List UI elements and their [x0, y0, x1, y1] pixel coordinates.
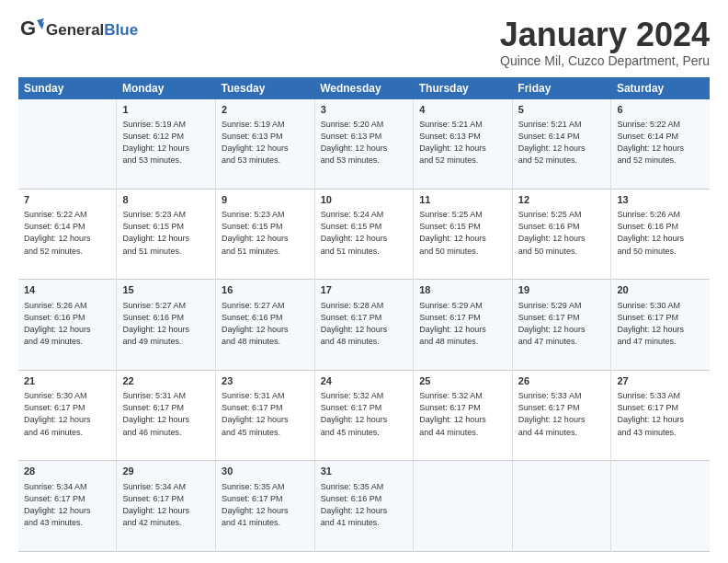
table-cell: 11Sunrise: 5:25 AM Sunset: 6:15 PM Dayli…: [414, 189, 513, 280]
table-cell: [18, 99, 117, 190]
day-number: 31: [321, 465, 408, 478]
day-number: 20: [617, 283, 704, 297]
day-number: 27: [617, 374, 704, 388]
table-cell: 8Sunrise: 5:23 AM Sunset: 6:15 PM Daylig…: [117, 189, 216, 280]
table-cell: 15Sunrise: 5:27 AM Sunset: 6:16 PM Dayli…: [117, 280, 216, 371]
cell-content: Sunrise: 5:32 AM Sunset: 6:17 PM Dayligh…: [321, 390, 408, 438]
day-number: 24: [321, 374, 408, 388]
cell-content: Sunrise: 5:30 AM Sunset: 6:17 PM Dayligh…: [617, 300, 704, 348]
table-cell: 25Sunrise: 5:32 AM Sunset: 6:17 PM Dayli…: [414, 370, 513, 461]
day-number: 9: [222, 193, 309, 207]
table-cell: 26Sunrise: 5:33 AM Sunset: 6:17 PM Dayli…: [512, 370, 611, 461]
logo: G GeneralBlue: [18, 17, 138, 42]
cell-content: Sunrise: 5:34 AM Sunset: 6:17 PM Dayligh…: [122, 481, 210, 529]
month-title: January 2024: [500, 17, 710, 53]
col-saturday: Saturday: [611, 77, 710, 99]
day-number: 28: [24, 465, 110, 478]
table-cell: 4Sunrise: 5:21 AM Sunset: 6:13 PM Daylig…: [414, 99, 513, 190]
calendar-table: Sunday Monday Tuesday Wednesday Thursday…: [18, 77, 710, 552]
table-cell: 13Sunrise: 5:26 AM Sunset: 6:16 PM Dayli…: [611, 189, 710, 280]
day-number: 1: [122, 103, 210, 117]
day-number: 23: [222, 374, 309, 388]
title-area: January 2024 Quince Mil, Cuzco Departmen…: [500, 17, 710, 68]
table-cell: 2Sunrise: 5:19 AM Sunset: 6:13 PM Daylig…: [216, 99, 315, 190]
svg-text:G: G: [20, 17, 36, 40]
cell-content: Sunrise: 5:19 AM Sunset: 6:13 PM Dayligh…: [222, 119, 309, 167]
table-row: 7Sunrise: 5:22 AM Sunset: 6:14 PM Daylig…: [18, 189, 710, 280]
table-cell: 5Sunrise: 5:21 AM Sunset: 6:14 PM Daylig…: [512, 99, 611, 190]
cell-content: Sunrise: 5:26 AM Sunset: 6:16 PM Dayligh…: [617, 209, 704, 257]
table-cell: 24Sunrise: 5:32 AM Sunset: 6:17 PM Dayli…: [314, 370, 414, 461]
day-number: 10: [321, 193, 408, 207]
cell-content: Sunrise: 5:27 AM Sunset: 6:16 PM Dayligh…: [222, 300, 309, 348]
cell-content: Sunrise: 5:22 AM Sunset: 6:14 PM Dayligh…: [24, 209, 110, 257]
cell-content: Sunrise: 5:35 AM Sunset: 6:16 PM Dayligh…: [321, 481, 408, 529]
table-cell: 1Sunrise: 5:19 AM Sunset: 6:12 PM Daylig…: [117, 99, 216, 190]
day-number: 8: [122, 193, 210, 207]
cell-content: Sunrise: 5:25 AM Sunset: 6:15 PM Dayligh…: [419, 209, 506, 257]
table-cell: 10Sunrise: 5:24 AM Sunset: 6:15 PM Dayli…: [314, 189, 414, 280]
logo-icon: G: [18, 17, 44, 42]
logo-general: General: [46, 21, 104, 39]
day-number: 15: [122, 283, 210, 297]
cell-content: Sunrise: 5:24 AM Sunset: 6:15 PM Dayligh…: [321, 209, 408, 257]
cell-content: Sunrise: 5:29 AM Sunset: 6:17 PM Dayligh…: [419, 300, 506, 348]
table-cell: 17Sunrise: 5:28 AM Sunset: 6:17 PM Dayli…: [314, 280, 414, 371]
table-cell: 16Sunrise: 5:27 AM Sunset: 6:16 PM Dayli…: [216, 280, 315, 371]
table-cell: 31Sunrise: 5:35 AM Sunset: 6:16 PM Dayli…: [314, 461, 414, 552]
cell-content: Sunrise: 5:32 AM Sunset: 6:17 PM Dayligh…: [419, 390, 506, 438]
table-cell: 20Sunrise: 5:30 AM Sunset: 6:17 PM Dayli…: [611, 280, 710, 371]
cell-content: Sunrise: 5:21 AM Sunset: 6:14 PM Dayligh…: [518, 119, 606, 167]
cell-content: Sunrise: 5:31 AM Sunset: 6:17 PM Dayligh…: [222, 390, 309, 438]
col-sunday: Sunday: [18, 77, 117, 99]
cell-content: Sunrise: 5:22 AM Sunset: 6:14 PM Dayligh…: [617, 119, 704, 167]
table-cell: 9Sunrise: 5:23 AM Sunset: 6:15 PM Daylig…: [216, 189, 315, 280]
cell-content: Sunrise: 5:35 AM Sunset: 6:17 PM Dayligh…: [222, 481, 309, 529]
cell-content: Sunrise: 5:25 AM Sunset: 6:16 PM Dayligh…: [518, 209, 606, 257]
header: G GeneralBlue January 2024 Quince Mil, C…: [18, 17, 710, 68]
day-number: 25: [419, 374, 506, 388]
table-cell: 23Sunrise: 5:31 AM Sunset: 6:17 PM Dayli…: [216, 370, 315, 461]
page: G GeneralBlue January 2024 Quince Mil, C…: [0, 0, 728, 563]
day-number: 2: [222, 103, 309, 117]
day-number: 4: [419, 103, 506, 117]
day-number: 17: [321, 283, 408, 297]
table-row: 14Sunrise: 5:26 AM Sunset: 6:16 PM Dayli…: [18, 280, 710, 371]
table-cell: [414, 461, 513, 552]
table-row: 1Sunrise: 5:19 AM Sunset: 6:12 PM Daylig…: [18, 99, 710, 190]
cell-content: Sunrise: 5:28 AM Sunset: 6:17 PM Dayligh…: [321, 300, 408, 348]
table-cell: 14Sunrise: 5:26 AM Sunset: 6:16 PM Dayli…: [18, 280, 117, 371]
day-number: 12: [518, 193, 606, 207]
day-number: 16: [222, 283, 309, 297]
day-number: 6: [617, 103, 704, 117]
col-monday: Monday: [117, 77, 216, 99]
day-number: 14: [24, 283, 110, 297]
table-cell: 12Sunrise: 5:25 AM Sunset: 6:16 PM Dayli…: [512, 189, 611, 280]
cell-content: Sunrise: 5:34 AM Sunset: 6:17 PM Dayligh…: [24, 481, 110, 529]
col-wednesday: Wednesday: [314, 77, 414, 99]
table-cell: 18Sunrise: 5:29 AM Sunset: 6:17 PM Dayli…: [414, 280, 513, 371]
day-number: 5: [518, 103, 606, 117]
col-tuesday: Tuesday: [216, 77, 315, 99]
cell-content: Sunrise: 5:20 AM Sunset: 6:13 PM Dayligh…: [321, 119, 408, 167]
table-cell: 6Sunrise: 5:22 AM Sunset: 6:14 PM Daylig…: [611, 99, 710, 190]
day-number: 26: [518, 374, 606, 388]
cell-content: Sunrise: 5:26 AM Sunset: 6:16 PM Dayligh…: [24, 300, 110, 348]
cell-content: Sunrise: 5:21 AM Sunset: 6:13 PM Dayligh…: [419, 119, 506, 167]
day-number: 11: [419, 193, 506, 207]
table-cell: 22Sunrise: 5:31 AM Sunset: 6:17 PM Dayli…: [117, 370, 216, 461]
table-cell: 27Sunrise: 5:33 AM Sunset: 6:17 PM Dayli…: [611, 370, 710, 461]
day-number: 13: [617, 193, 704, 207]
cell-content: Sunrise: 5:27 AM Sunset: 6:16 PM Dayligh…: [122, 300, 210, 348]
day-number: 19: [518, 283, 606, 297]
table-cell: 7Sunrise: 5:22 AM Sunset: 6:14 PM Daylig…: [18, 189, 117, 280]
cell-content: Sunrise: 5:31 AM Sunset: 6:17 PM Dayligh…: [122, 390, 210, 438]
logo-blue: Blue: [104, 21, 138, 39]
day-number: 3: [321, 103, 408, 117]
table-cell: 19Sunrise: 5:29 AM Sunset: 6:17 PM Dayli…: [512, 280, 611, 371]
day-number: 21: [24, 374, 110, 388]
table-cell: 30Sunrise: 5:35 AM Sunset: 6:17 PM Dayli…: [216, 461, 315, 552]
table-cell: 29Sunrise: 5:34 AM Sunset: 6:17 PM Dayli…: [117, 461, 216, 552]
table-row: 21Sunrise: 5:30 AM Sunset: 6:17 PM Dayli…: [18, 370, 710, 461]
col-friday: Friday: [512, 77, 611, 99]
